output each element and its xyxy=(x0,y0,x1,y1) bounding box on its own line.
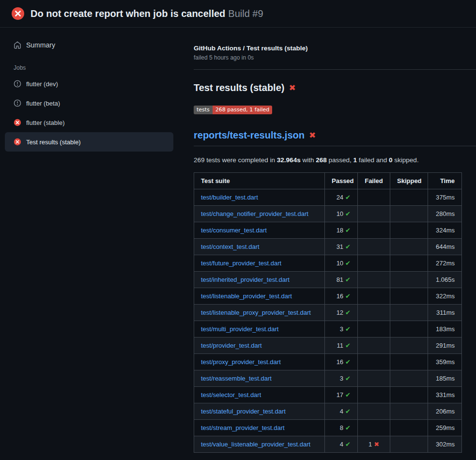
check-mark-icon: ✔ xyxy=(345,243,351,250)
col-header-failed: Failed xyxy=(358,173,390,189)
table-row: test/proxy_provider_test.dart 16✔ 359ms xyxy=(194,354,462,370)
passed-cell: 31✔ xyxy=(325,239,358,255)
table-row: test/selector_test.dart 17✔ 331ms xyxy=(194,387,462,403)
suite-link[interactable]: test/value_listenable_provider_test.dart xyxy=(201,441,310,448)
suite-link[interactable]: test/listenable_proxy_provider_test.dart xyxy=(201,309,311,316)
passed-cell: 10✔ xyxy=(325,206,358,222)
failed-cell xyxy=(358,337,390,354)
failed-cell xyxy=(358,321,390,337)
passed-cell: 3✔ xyxy=(325,321,358,337)
skipped-cell xyxy=(390,387,428,403)
cross-mark-icon: ✖ xyxy=(309,131,316,139)
suite-cell: test/proxy_provider_test.dart xyxy=(194,354,325,370)
passed-count: 18 xyxy=(337,227,343,234)
job-label: Test results (stable) xyxy=(26,138,81,146)
sidebar-jobs-list: flutter (dev) flutter (beta) xyxy=(0,74,178,152)
skipped-cell xyxy=(390,272,428,288)
time-cell: 1.065s xyxy=(428,272,462,288)
x-circle-icon xyxy=(14,138,21,146)
passed-cell: 24✔ xyxy=(325,189,358,206)
sidebar-job-item[interactable]: flutter (stable) xyxy=(5,113,173,132)
failed-cell xyxy=(358,370,390,387)
suite-link[interactable]: test/change_notifier_provider_test.dart xyxy=(201,210,308,217)
suite-cell: test/selector_test.dart xyxy=(194,387,325,403)
passed-cell: 17✔ xyxy=(325,387,358,403)
check-mark-icon: ✔ xyxy=(345,210,351,217)
summary-text-part: skipped. xyxy=(393,156,419,164)
passed-cell: 12✔ xyxy=(325,305,358,321)
skipped-cell xyxy=(390,206,428,222)
passed-cell: 8✔ xyxy=(325,420,358,436)
suite-link[interactable]: test/consumer_test.dart xyxy=(201,227,267,234)
sidebar-job-item[interactable]: Test results (stable) xyxy=(5,132,173,152)
check-mark-icon: ✔ xyxy=(345,309,351,316)
time-cell: 291ms xyxy=(428,337,462,354)
job-label: flutter (stable) xyxy=(26,119,64,126)
results-table-body: test/builder_test.dart 24✔ 375ms test/ch… xyxy=(194,189,462,453)
suite-link[interactable]: test/context_test.dart xyxy=(201,243,260,250)
time-cell: 359ms xyxy=(428,354,462,370)
passed-count: 12 xyxy=(337,309,343,316)
sidebar-job-item[interactable]: flutter (dev) xyxy=(5,74,173,93)
suite-link[interactable]: test/provider_test.dart xyxy=(201,342,262,349)
skipped-cell xyxy=(390,337,428,354)
time-cell: 375ms xyxy=(428,189,462,206)
suite-link[interactable]: test/reassemble_test.dart xyxy=(201,375,272,382)
check-mark-icon: ✔ xyxy=(345,391,351,399)
suite-link[interactable]: test/listenable_provider_test.dart xyxy=(201,292,292,300)
report-title-row: reports/test-results.json ✖ xyxy=(194,130,476,146)
badge-label: tests xyxy=(194,106,213,114)
jobs-heading: Jobs xyxy=(5,64,173,71)
table-row: test/future_provider_test.dart 10✔ 272ms xyxy=(194,255,462,272)
report-link[interactable]: reports/test-results.json xyxy=(194,130,305,141)
summary-passed-count: 268 xyxy=(316,156,327,164)
skipped-cell xyxy=(390,403,428,420)
suite-link[interactable]: test/proxy_provider_test.dart xyxy=(201,358,281,366)
sidebar-summary-label: Summary xyxy=(26,41,55,49)
passed-cell: 16✔ xyxy=(325,288,358,305)
suite-link[interactable]: test/multi_provider_test.dart xyxy=(201,325,278,333)
time-cell: 206ms xyxy=(428,403,462,420)
suite-link[interactable]: test/builder_test.dart xyxy=(201,194,258,201)
suite-cell: test/reassemble_test.dart xyxy=(194,370,325,387)
time-cell: 183ms xyxy=(428,321,462,337)
suite-link[interactable]: test/future_provider_test.dart xyxy=(201,260,281,267)
app-header: Do not create report when job is cancell… xyxy=(0,0,476,28)
check-mark-icon: ✔ xyxy=(345,441,351,448)
x-circle-icon xyxy=(12,7,24,20)
time-cell: 259ms xyxy=(428,420,462,436)
suite-cell: test/stateful_provider_test.dart xyxy=(194,403,325,420)
sidebar: Summary Jobs flutte xyxy=(0,28,178,152)
failed-cell xyxy=(358,222,390,239)
time-cell: 302ms xyxy=(428,436,462,453)
table-row: test/listenable_provider_test.dart 16✔ 3… xyxy=(194,288,462,305)
passed-count: 31 xyxy=(337,243,343,250)
suite-link[interactable]: test/stream_provider_test.dart xyxy=(201,424,285,431)
failed-cell xyxy=(358,255,390,272)
suite-link[interactable]: test/inherited_provider_test.dart xyxy=(201,276,290,283)
time-cell: 311ms xyxy=(428,305,462,321)
skipped-cell xyxy=(390,255,428,272)
passed-cell: 4✔ xyxy=(325,403,358,420)
table-row: test/value_listenable_provider_test.dart… xyxy=(194,436,462,453)
suite-cell: test/provider_test.dart xyxy=(194,337,325,354)
suite-cell: test/inherited_provider_test.dart xyxy=(194,272,325,288)
suite-cell: test/future_provider_test.dart xyxy=(194,255,325,272)
suite-link[interactable]: test/selector_test.dart xyxy=(201,391,261,399)
sidebar-job-item[interactable]: flutter (beta) xyxy=(5,93,173,113)
suite-link[interactable]: test/stateful_provider_test.dart xyxy=(201,408,286,415)
failed-cell xyxy=(358,403,390,420)
passed-count: 3 xyxy=(340,375,343,382)
build-number: Build #9 xyxy=(228,8,263,19)
skipped-cell xyxy=(390,354,428,370)
table-header-row: Test suite Passed Failed Skipped Time xyxy=(194,173,462,189)
passed-count: 17 xyxy=(337,391,343,399)
passed-count: 4 xyxy=(340,441,343,448)
passed-count: 16 xyxy=(337,292,343,300)
breadcrumb: GitHub Actions / Test results (stable) xyxy=(194,45,476,52)
passed-cell: 11✔ xyxy=(325,337,358,354)
sidebar-item-summary[interactable]: Summary xyxy=(5,37,173,53)
skipped-cell xyxy=(390,239,428,255)
alert-circle-icon xyxy=(14,80,21,88)
skipped-cell xyxy=(390,305,428,321)
